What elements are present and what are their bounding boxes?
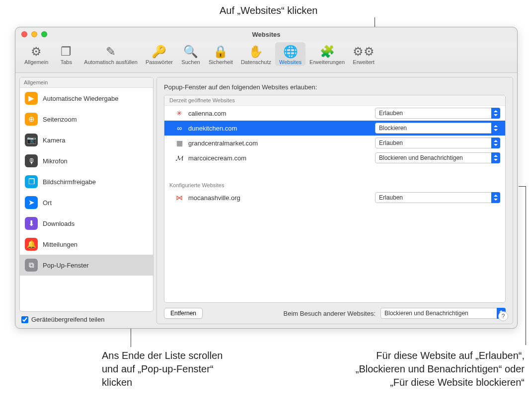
callout-top-text: Auf „Websites“ klicken — [220, 5, 317, 16]
site-name: marcoicecream.com — [188, 154, 370, 162]
kamera-icon: 📷 — [25, 134, 38, 146]
favicon-icon: ∞ — [175, 124, 183, 132]
sidebar-item-label: Downloads — [43, 220, 75, 227]
permission-select-wrap[interactable] — [375, 108, 500, 119]
remove-button[interactable]: Entfernen — [164, 308, 203, 319]
permission-select[interactable] — [375, 108, 500, 119]
pop-up-fenster-icon: ⧉ — [25, 259, 38, 272]
tab-label: Tabs — [61, 59, 72, 65]
preferences-window: Websites ⚙︎Allgemein❐Tabs✎Automatisch au… — [15, 27, 518, 329]
sidebar-item-downloads[interactable]: ⬇Downloads — [20, 213, 153, 234]
sidebar-item-automatische-wiedergabe[interactable]: ▶Automatische Wiedergabe — [20, 88, 153, 109]
tab-allgemein[interactable]: ⚙︎Allgemein — [20, 42, 52, 66]
suchen-icon: 🔍 — [183, 44, 198, 59]
site-row[interactable]: ▦grandcentralmarket.com — [164, 136, 505, 150]
tab-label: Automatisch ausfüllen — [84, 59, 138, 65]
bottom-bar: Entfernen Beim Besuch anderer Websites: — [164, 303, 506, 319]
bildschirmfreigabe-icon: ❐ — [25, 175, 38, 188]
callout-right-text: Für diese Website auf „Erlauben“, „Block… — [341, 349, 525, 389]
tab-automatisch-ausfüllen[interactable]: ✎Automatisch ausfüllen — [80, 42, 142, 66]
permission-select[interactable] — [375, 123, 500, 134]
tab-datenschutz[interactable]: ✋Datenschutz — [237, 42, 275, 66]
callout-right-line-h — [519, 186, 526, 187]
tab-label: Sicherheit — [209, 59, 233, 65]
tabs-icon: ❐ — [61, 44, 72, 59]
main-heading: Popup-Fenster auf den folgenden Websites… — [164, 83, 506, 91]
mitteilungen-icon: 🔔 — [25, 238, 38, 251]
erweitert-icon: ⚙︎⚙︎ — [353, 44, 375, 59]
sidebar-item-label: Pop-Up-Fenster — [43, 262, 88, 269]
sidebar-item-bildschirmfreigabe[interactable]: ❐Bildschirmfreigabe — [20, 171, 153, 192]
tab-erweitert[interactable]: ⚙︎⚙︎Erweitert — [349, 42, 379, 66]
callout-left-text: Ans Ende der Liste scrollen und auf „Pop… — [102, 349, 231, 389]
site-row[interactable]: ∞dunekitchen.com — [164, 121, 505, 136]
share-across-devices-checkbox[interactable]: Geräteübergreifend teilen — [19, 312, 153, 324]
share-checkbox-label: Geräteübergreifend teilen — [31, 316, 104, 323]
sidebar-item-label: Seitenzoom — [43, 116, 77, 123]
tab-label: Websites — [279, 59, 302, 65]
ort-icon: ➤ — [25, 196, 38, 209]
erweiterungen-icon: 🧩 — [320, 44, 335, 59]
help-button[interactable]: ? — [498, 311, 508, 321]
site-name: dunekitchen.com — [188, 125, 370, 132]
tab-label: Erweitert — [353, 59, 374, 65]
titlebar: Websites — [15, 27, 517, 41]
tab-erweiterungen[interactable]: 🧩Erweiterungen — [305, 42, 349, 66]
sidebar-item-label: Kamera — [43, 137, 66, 144]
permission-select[interactable] — [375, 192, 500, 203]
site-row[interactable]: ✳calienna.com — [164, 106, 505, 121]
sidebar-header: Allgemein — [20, 77, 153, 88]
tab-passwörter[interactable]: 🔑Passwörter — [142, 42, 177, 66]
downloads-icon: ⬇ — [25, 217, 38, 230]
sites-list: Derzeit geöffnete Websites ✳calienna.com… — [164, 95, 506, 303]
sidebar-item-pop-up-fenster[interactable]: ⧉Pop-Up-Fenster — [20, 255, 153, 276]
tab-label: Datenschutz — [241, 59, 271, 65]
tab-websites[interactable]: 🌐Websites — [275, 42, 305, 66]
tab-sicherheit[interactable]: 🔒Sicherheit — [205, 42, 237, 66]
allgemein-icon: ⚙︎ — [31, 44, 42, 59]
permission-select-wrap[interactable] — [375, 138, 500, 148]
group-configured-header: Konfigurierte Websites — [164, 180, 505, 190]
site-name: grandcentralmarket.com — [188, 140, 370, 147]
group-open-header: Derzeit geöffnete Websites — [164, 95, 505, 106]
sidebar-item-ort[interactable]: ➤Ort — [20, 192, 153, 213]
site-name: mocanashville.org — [188, 194, 370, 202]
favicon-icon: ▦ — [175, 139, 183, 147]
sidebar-item-mitteilungen[interactable]: 🔔Mitteilungen — [20, 234, 153, 255]
websites-icon: 🌐 — [283, 44, 298, 59]
datenschutz-icon: ✋ — [248, 44, 263, 59]
sidebar-item-mikrofon[interactable]: 🎙Mikrofon — [20, 150, 153, 171]
permission-select[interactable] — [375, 138, 500, 148]
passwörter-icon: 🔑 — [152, 44, 166, 59]
preferences-toolbar: ⚙︎Allgemein❐Tabs✎Automatisch ausfüllen🔑P… — [15, 41, 517, 73]
site-name: calienna.com — [188, 110, 370, 117]
favicon-icon: 𝓜 — [175, 154, 183, 162]
mikrofon-icon: 🎙 — [25, 154, 38, 167]
permission-select[interactable] — [375, 152, 500, 163]
permission-select-wrap[interactable] — [375, 192, 500, 203]
favicon-icon: ✳ — [175, 109, 183, 117]
permission-select-wrap[interactable] — [375, 152, 500, 163]
tab-tabs[interactable]: ❐Tabs — [52, 42, 80, 66]
site-row[interactable]: 𝓜marcoicecream.com — [164, 150, 505, 165]
sidebar-item-kamera[interactable]: 📷Kamera — [20, 130, 153, 150]
sidebar-item-label: Bildschirmfreigabe — [43, 178, 96, 186]
other-sites-label: Beim Besuch anderer Websites: — [284, 310, 376, 317]
permission-select-wrap[interactable] — [375, 123, 500, 134]
callout-right-line — [526, 186, 526, 345]
sidebar-list: Allgemein ▶Automatische Wiedergabe⊕Seite… — [19, 77, 153, 312]
other-sites-select-wrap[interactable] — [380, 308, 506, 319]
sidebar-item-label: Mikrofon — [43, 157, 68, 165]
sidebar-item-label: Ort — [43, 199, 52, 207]
sidebar-item-label: Mitteilungen — [43, 241, 77, 248]
tab-suchen[interactable]: 🔍Suchen — [177, 42, 205, 66]
tab-label: Allgemein — [24, 59, 48, 65]
tab-label: Passwörter — [146, 59, 173, 65]
sicherheit-icon: 🔒 — [213, 44, 228, 59]
automatische-wiedergabe-icon: ▶ — [25, 92, 38, 105]
share-checkbox-input[interactable] — [21, 316, 28, 323]
site-row[interactable]: ⋈mocanashville.org — [164, 190, 505, 205]
sidebar-item-seitenzoom[interactable]: ⊕Seitenzoom — [20, 109, 153, 130]
other-sites-select[interactable] — [380, 308, 506, 319]
content-area: Allgemein ▶Automatische Wiedergabe⊕Seite… — [15, 73, 517, 328]
